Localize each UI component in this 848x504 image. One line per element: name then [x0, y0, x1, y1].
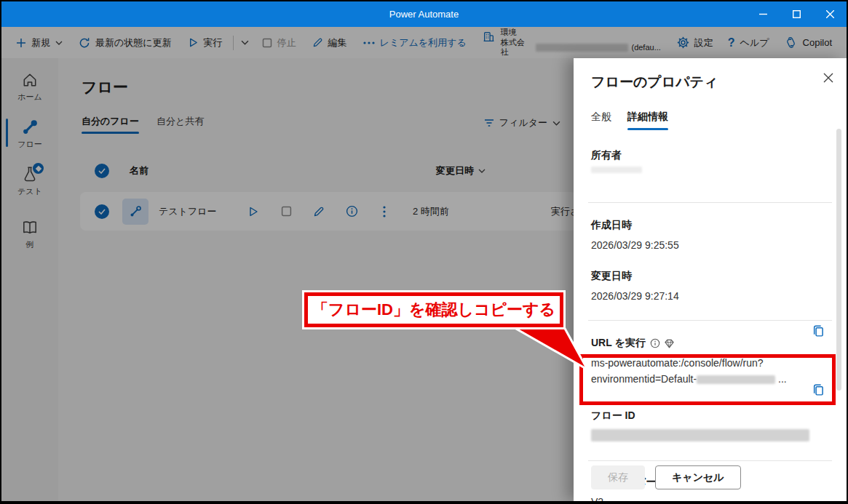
stop-button[interactable]: 停止	[255, 31, 304, 55]
environment-picker[interactable]: 環境 株式会社 (defau...	[475, 28, 668, 57]
redacted-environment-name	[536, 44, 629, 52]
flow-type-icon	[122, 199, 148, 225]
owner-label: 所有者	[591, 149, 829, 162]
row-checkbox[interactable]	[95, 204, 109, 219]
row-edit-button[interactable]	[309, 206, 328, 217]
run-url-label: URL を実行	[591, 337, 829, 350]
environment-company: 株式会社	[501, 38, 533, 58]
panel-title: フローのプロパティ	[591, 73, 829, 92]
command-bar: 新規 最新の状態に更新 実行 停止	[1, 27, 847, 58]
row-stop-button[interactable]	[277, 206, 296, 217]
title-bar: Power Automate	[1, 1, 847, 27]
schema-version-value: V2	[591, 495, 829, 501]
row-run-button[interactable]	[244, 206, 263, 217]
toolbar-separator	[233, 36, 234, 50]
modified-value: 2026/03/29 9:27:14	[591, 289, 829, 305]
tab-general[interactable]: 全般	[591, 111, 611, 130]
flow-row[interactable]: テストフロー 2 時間前 実行され	[80, 192, 576, 231]
flows-page: フロー 自分のフロー 自分と共有 フィルター 名前 変更日時 ステータス	[58, 58, 574, 501]
redacted-flow-id	[591, 429, 809, 441]
home-icon	[22, 71, 38, 89]
settings-button[interactable]: 設定	[670, 31, 721, 55]
table-header: 名前 変更日時 ステータス	[82, 159, 574, 183]
row-modified: 2 時間前	[413, 205, 449, 218]
panel-scrollbar-thumb[interactable]	[836, 129, 841, 391]
tab-my-flows[interactable]: 自分のフロー	[82, 115, 139, 134]
flow-properties-panel: フローのプロパティ 全般 詳細情報 所有者 作成日時 2026/03/29 9:…	[574, 58, 847, 501]
new-flow-button[interactable]: 新規	[9, 31, 70, 55]
copy-flow-id-button[interactable]	[812, 383, 825, 399]
edit-button[interactable]: 編集	[305, 31, 354, 55]
row-more-button[interactable]	[375, 206, 394, 217]
created-label: 作成日時	[591, 219, 829, 232]
play-icon	[188, 37, 199, 48]
column-name[interactable]: 名前	[130, 164, 148, 177]
tab-shared-with-me[interactable]: 自分と共有	[156, 115, 204, 134]
app-window: Power Automate 新規	[1, 1, 847, 501]
divider	[588, 320, 832, 321]
book-icon	[21, 219, 39, 236]
premium-button[interactable]: レミアムを利用する	[356, 31, 474, 55]
select-all-checkbox[interactable]	[95, 164, 109, 178]
minimize-button[interactable]	[746, 1, 780, 27]
filter-icon	[484, 119, 494, 127]
close-panel-button[interactable]	[823, 73, 833, 86]
pencil-icon	[312, 37, 323, 48]
copilot-button[interactable]: Copilot	[777, 31, 839, 55]
run-url-value: ms-powerautomate:/console/flow/run? envi…	[591, 356, 809, 387]
chevron-down-icon	[241, 40, 249, 45]
more-ellipsis-icon	[363, 41, 375, 44]
tab-details[interactable]: 詳細情報	[627, 111, 668, 130]
premium-diamond-icon	[665, 339, 674, 348]
refresh-icon	[79, 37, 90, 49]
close-window-button[interactable]	[813, 1, 847, 27]
refresh-button[interactable]: 最新の状態に更新	[71, 31, 179, 55]
modified-label: 変更日時	[591, 270, 829, 283]
sidebar-item-home[interactable]: ホーム	[1, 63, 58, 110]
chevron-down-icon	[55, 41, 63, 45]
filter-button[interactable]: フィルター	[484, 116, 560, 129]
question-icon: ?	[728, 36, 735, 49]
divider	[588, 460, 832, 461]
view-tabs: 自分のフロー 自分と共有	[82, 115, 204, 134]
cancel-button[interactable]: キャンセル	[655, 465, 741, 489]
sidebar-item-flows[interactable]: フロー	[1, 110, 58, 157]
run-options-button[interactable]	[237, 31, 253, 55]
gear-icon	[677, 36, 689, 49]
run-button[interactable]: 実行	[181, 31, 230, 55]
sort-chevron-icon	[478, 169, 486, 173]
created-value: 2026/03/29 9:25:55	[591, 238, 829, 254]
flow-id-label: フロー ID	[591, 409, 829, 423]
info-icon	[650, 338, 660, 348]
stop-icon	[262, 38, 272, 48]
save-button[interactable]: 保存	[591, 465, 645, 489]
sidebar-item-examples[interactable]: 例	[1, 210, 58, 257]
divider	[588, 202, 832, 203]
page-title: フロー	[82, 77, 574, 97]
plus-icon	[16, 38, 26, 48]
window-title: Power Automate	[389, 9, 459, 20]
help-button[interactable]: ? ヘルプ	[721, 31, 777, 55]
column-modified[interactable]: 変更日時	[436, 164, 486, 177]
copy-run-url-button[interactable]	[812, 324, 825, 340]
premium-gem-badge	[33, 163, 44, 174]
building-icon	[483, 31, 495, 46]
flow-icon	[21, 119, 39, 136]
copilot-icon	[784, 36, 798, 49]
maximize-button[interactable]	[780, 1, 813, 27]
chevron-down-icon	[552, 121, 560, 126]
environment-suffix: (defau...	[631, 43, 660, 53]
redacted-owner	[591, 167, 642, 173]
left-nav: ホーム フロー テスト 例	[1, 58, 58, 501]
flow-name: テストフロー	[159, 205, 235, 218]
row-details-button[interactable]	[342, 205, 361, 217]
redacted-environment-id	[697, 375, 775, 384]
sidebar-item-test[interactable]: テスト	[1, 157, 58, 204]
panel-tabs: 全般 詳細情報	[591, 111, 829, 130]
environment-label: 環境	[501, 28, 661, 38]
